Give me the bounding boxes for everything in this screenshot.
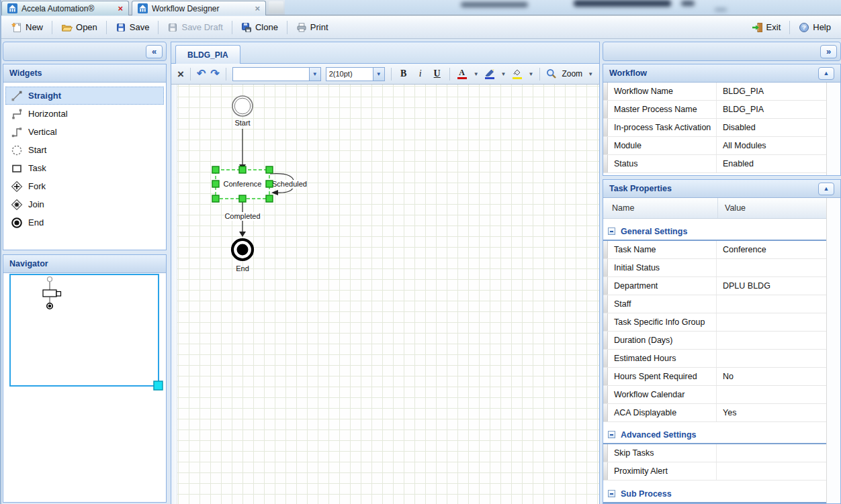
accela-dome-icon [138,3,148,13]
line-color-button[interactable] [484,66,496,81]
tab-close-icon[interactable]: × [255,4,260,13]
new-button[interactable]: New [7,20,48,35]
design-canvas[interactable]: Start Conference Scheduled Completed [171,85,600,504]
task-properties-panel: Task Properties ▲ Name Value General Set… [603,179,841,504]
property-name: Task Specific Info Group [608,313,717,331]
grid-right-gutter [826,83,840,175]
fill-color-swatch [513,77,522,79]
save-button[interactable]: Save [111,20,154,35]
clone-button[interactable]: Clone [236,20,283,35]
widget-item-join[interactable]: Join [5,195,164,213]
open-button[interactable]: Open [56,20,102,35]
toolbar-separator [158,21,159,34]
exit-button[interactable]: Exit [747,20,786,35]
help-button[interactable]: ? Help [794,20,836,35]
collapse-right-panel-button[interactable]: » [820,45,837,58]
chevron-down-icon[interactable]: ▼ [588,71,593,77]
document-tab-bldg-pia[interactable]: BLDG_PIA [175,45,240,64]
widget-item-vertical[interactable]: Vertical [5,123,164,141]
browser-tab-workflow-designer[interactable]: Workflow Designer × [132,1,266,15]
widget-item-end[interactable]: End [5,213,164,232]
italic-button[interactable]: i [414,66,427,81]
navigator-viewport[interactable] [10,274,159,386]
accela-dome-icon [7,3,17,13]
property-value[interactable]: Disabled [717,119,826,136]
widget-item-horizontal[interactable]: Horizontal [5,105,164,123]
bold-button[interactable]: B [398,66,410,81]
property-value[interactable] [717,259,826,276]
start-node-label: Start [234,119,250,127]
vertical-connector-icon [11,126,23,138]
save-label: Save [130,22,150,32]
row-handle [603,119,608,136]
property-value[interactable] [717,332,826,349]
chevron-down-icon[interactable]: ▼ [309,68,320,81]
collapse-up-icon[interactable]: ▲ [818,67,834,80]
property-value[interactable] [717,386,826,403]
chevron-down-icon[interactable]: ▼ [529,71,534,77]
underline-button[interactable]: U [431,66,443,81]
column-header-name[interactable]: Name [603,198,718,218]
widgets-title: Widgets [9,68,42,78]
zoom-menu-button[interactable]: Zoom [562,69,582,79]
property-value[interactable]: BLDG_PIA [717,101,826,118]
undo-icon[interactable]: ↶ [197,68,206,79]
exit-label: Exit [766,22,781,32]
property-value[interactable] [717,313,826,331]
font-color-button[interactable]: A [456,66,468,81]
delete-icon[interactable]: × [177,68,184,80]
browser-tab-strip: Accela Automation® × Workflow Designer × [0,0,841,15]
chevron-down-icon[interactable]: ▼ [501,71,506,77]
collapse-up-icon[interactable]: ▲ [818,183,834,195]
property-value[interactable] [717,462,826,480]
property-value[interactable]: BLDG_PIA [717,83,826,100]
property-value[interactable] [717,350,826,367]
collapse-left-panel-button[interactable]: « [146,45,163,58]
save-disk-icon [116,22,126,33]
font-name-combo[interactable]: ▼ [232,67,321,81]
property-value[interactable]: Conference [717,241,826,258]
row-handle [603,462,608,480]
print-button[interactable]: Print [292,20,333,35]
property-value[interactable]: DPLU BLDG [717,277,826,295]
property-row: Workflow NameBLDG_PIA [603,83,826,101]
property-name: Workflow Calendar [608,386,717,403]
widget-item-straight[interactable]: Straight [5,87,164,105]
navigator-minimap[interactable] [3,273,166,502]
widget-item-start[interactable]: Start [5,141,164,159]
widgets-list: Straight Horizontal Vertical Start Task … [3,83,166,236]
property-row: Skip Tasks [603,444,826,462]
navigator-resize-handle[interactable] [154,381,163,390]
column-header-value[interactable]: Value [718,203,826,213]
group-header-sub-process[interactable]: Sub Process [603,485,826,503]
property-value[interactable]: All Modules [717,137,826,154]
chevron-down-icon[interactable]: ▼ [373,68,384,81]
property-value[interactable]: Enabled [717,155,826,172]
property-name: In-process Task Activation [608,119,717,136]
property-value[interactable]: Yes [717,404,826,421]
open-label: Open [76,22,97,32]
property-name: Department [608,277,717,295]
group-header-general-settings[interactable]: General Settings [603,223,826,241]
row-handle [603,444,608,462]
straight-connector-icon [11,90,23,102]
widget-item-task[interactable]: Task [5,159,164,177]
fill-color-button[interactable] [511,66,523,81]
property-value[interactable]: No [717,368,826,385]
widget-label: Join [28,199,44,209]
redo-icon[interactable]: ↷ [210,68,219,79]
font-size-combo[interactable]: 2(10pt) ▼ [326,67,385,81]
widget-item-fork[interactable]: Fork [5,177,164,195]
toolbar-separator [287,21,287,34]
chevron-down-icon[interactable]: ▼ [474,71,479,77]
property-value[interactable] [717,295,826,313]
group-header-advanced-settings[interactable]: Advanced Settings [603,426,826,444]
row-handle [603,332,608,349]
toolbar-separator [449,68,450,81]
new-tab-stub[interactable] [269,1,283,13]
completed-edge-label: Completed [224,212,260,220]
tab-close-icon[interactable]: × [118,4,123,13]
property-value[interactable] [717,444,826,462]
workflow-properties-panel: Workflow ▲ Workflow NameBLDG_PIA Master … [603,64,841,176]
browser-tab-accela-automation[interactable]: Accela Automation® × [1,1,129,15]
